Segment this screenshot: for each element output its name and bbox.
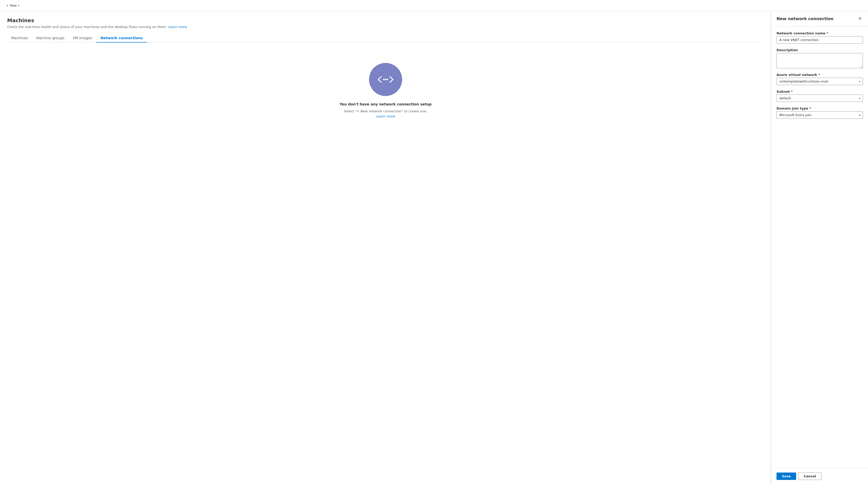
empty-description: Select "+ New network connection" to cre… <box>342 109 429 119</box>
plus-icon: + <box>6 3 8 8</box>
empty-state: You don't have any network connection se… <box>7 42 764 129</box>
save-button[interactable]: Save <box>776 473 796 480</box>
panel-body: Network connection name * Description Az… <box>771 26 868 468</box>
domain-select-wrapper: Microsoft Entra join Active Directory jo… <box>776 111 863 119</box>
svg-point-0 <box>383 79 384 80</box>
page-subtitle: Check the real-time health and status of… <box>7 25 764 29</box>
tab-vm-images[interactable]: VM images <box>68 34 96 42</box>
vnet-select[interactable]: vmtemplatewithcontoso-vnet <box>776 78 863 85</box>
network-svg <box>377 76 395 83</box>
domain-label: Domain join type * <box>776 106 863 110</box>
svg-point-2 <box>386 79 388 80</box>
subtitle-text: Check the real-time health and status of… <box>7 25 167 29</box>
panel-header: New network connection ✕ <box>771 11 868 26</box>
domain-required: * <box>809 106 811 110</box>
name-field-group: Network connection name * <box>776 31 863 43</box>
tab-machines[interactable]: Machines <box>7 34 32 42</box>
description-textarea[interactable] <box>776 53 863 68</box>
name-label: Network connection name * <box>776 31 863 35</box>
name-input[interactable] <box>776 36 863 43</box>
subnet-label: Subnet * <box>776 90 863 94</box>
description-label: Description <box>776 48 863 52</box>
description-field-group: Description <box>776 48 863 68</box>
vnet-field-group: Azure virtual network * vmtemplatewithco… <box>776 73 863 85</box>
domain-field-group: Domain join type * Microsoft Entra join … <box>776 106 863 119</box>
subnet-field-group: Subnet * default ▾ <box>776 90 863 102</box>
svg-point-1 <box>385 79 386 80</box>
tabs-bar: Machines Machine groups VM images Networ… <box>7 34 764 42</box>
subnet-required: * <box>791 90 793 94</box>
cancel-button[interactable]: Cancel <box>798 473 822 480</box>
network-icon <box>369 63 402 96</box>
subnet-select[interactable]: default <box>776 95 863 102</box>
tab-network-connections[interactable]: Network connections <box>96 34 147 42</box>
content-area: Machines Check the real-time health and … <box>0 11 771 484</box>
vnet-select-wrapper: vmtemplatewithcontoso-vnet ▾ <box>776 78 863 85</box>
panel-title: New network connection <box>776 16 833 21</box>
topbar: + New ▾ <box>0 0 868 11</box>
close-button[interactable]: ✕ <box>857 15 863 22</box>
empty-learn-more-link[interactable]: Learn more <box>376 115 395 118</box>
domain-select[interactable]: Microsoft Entra join Active Directory jo… <box>776 111 863 119</box>
main-layout: Machines Check the real-time health and … <box>0 11 868 484</box>
vnet-required: * <box>818 73 820 77</box>
panel-footer: Save Cancel <box>771 468 868 484</box>
chevron-down-icon: ▾ <box>18 4 19 7</box>
name-required: * <box>827 31 828 35</box>
empty-title: You don't have any network connection se… <box>340 102 432 106</box>
page-title: Machines <box>7 17 764 24</box>
subnet-select-wrapper: default ▾ <box>776 95 863 102</box>
vnet-label: Azure virtual network * <box>776 73 863 77</box>
side-panel: New network connection ✕ Network connect… <box>771 11 868 484</box>
tab-machine-groups[interactable]: Machine groups <box>32 34 68 42</box>
empty-desc-prefix: Select "+ New network connection" to cre… <box>344 109 427 113</box>
new-button-label: New <box>10 4 17 7</box>
new-button[interactable]: + New ▾ <box>4 2 22 9</box>
learn-more-link[interactable]: Learn more <box>168 25 187 29</box>
